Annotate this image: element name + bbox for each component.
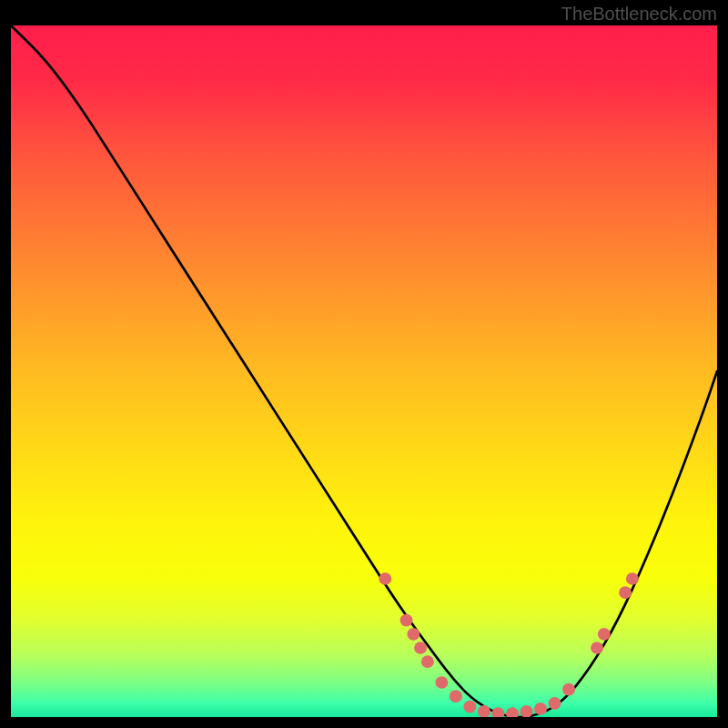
marker-point	[491, 707, 504, 717]
marker-point	[400, 614, 413, 627]
marker-point	[598, 628, 611, 641]
marker-point	[435, 676, 448, 689]
marker-point	[450, 690, 462, 703]
marker-point	[520, 705, 532, 717]
chart-plot-area	[11, 25, 717, 717]
bottleneck-curve	[11, 25, 717, 717]
marker-point	[421, 655, 434, 668]
marker-point	[463, 701, 476, 713]
marker-point	[562, 683, 575, 696]
marker-point	[619, 586, 632, 599]
marker-point	[534, 703, 547, 715]
chart-curve-layer	[11, 25, 717, 717]
marker-point	[407, 628, 420, 641]
marker-point	[626, 572, 639, 585]
marker-point	[549, 697, 561, 710]
marker-point	[478, 705, 490, 717]
marker-point	[591, 642, 603, 654]
watermark-text: TheBottleneck.com	[561, 4, 717, 25]
marker-point	[379, 572, 391, 585]
marker-point	[414, 642, 427, 654]
marker-point	[506, 707, 519, 717]
highlight-markers	[379, 572, 639, 717]
